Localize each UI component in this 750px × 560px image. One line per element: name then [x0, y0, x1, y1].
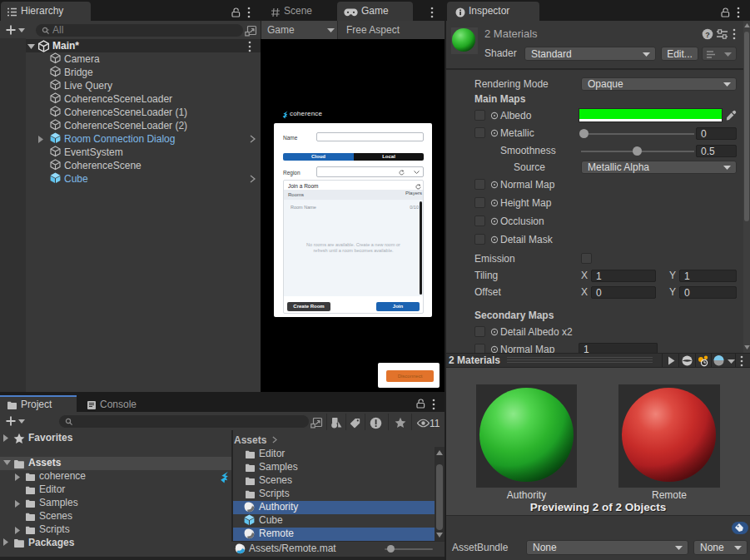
svg-text:?: ? [705, 31, 710, 39]
